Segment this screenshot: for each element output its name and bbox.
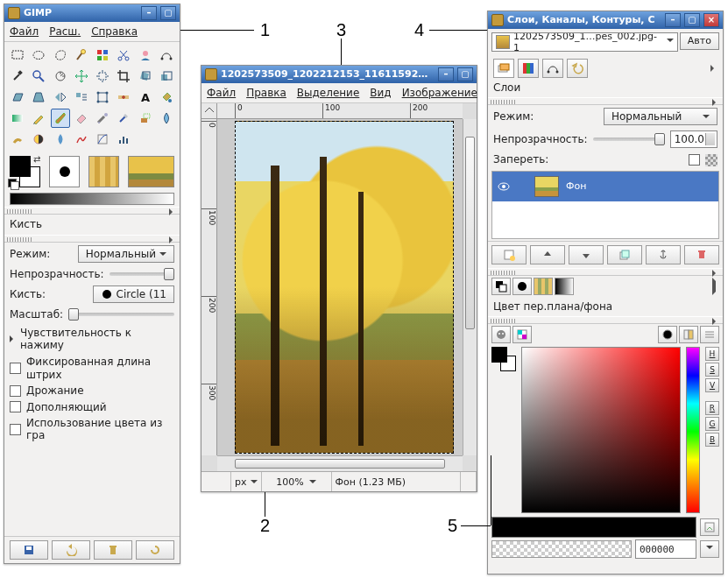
tool-airbrush[interactable] [93,109,112,128]
tab-fgbg-editor[interactable] [491,278,511,295]
tab-layers[interactable] [493,59,514,78]
dock-menu-icon[interactable] [169,236,176,243]
brush-opacity-slider[interactable] [110,272,174,276]
dockable-handle[interactable] [488,97,723,105]
maximize-button[interactable]: ▢ [160,6,176,20]
fixed-length-check[interactable]: Фиксированная длина штрих [4,354,180,383]
toolbox-titlebar[interactable]: GIMP – ▢ [4,4,180,22]
minimize-button[interactable]: – [665,13,681,27]
reset-options-button[interactable] [136,540,174,560]
scrollbar-vertical[interactable] [463,119,477,455]
menu-ext[interactable]: Расш. [49,25,81,38]
picker-fg-swatch[interactable] [491,347,507,363]
tool-rect-select[interactable] [8,46,27,65]
layer-mode-combo[interactable]: Нормальный [604,108,717,125]
tool-by-color-select[interactable] [93,46,112,65]
tab-paths[interactable] [542,59,563,78]
color-history[interactable] [491,540,632,558]
dockable-handle-2[interactable] [4,235,180,243]
swap-colors-icon[interactable]: ⇄ [32,154,42,165]
active-image-swatch[interactable] [128,156,174,187]
menu-edit[interactable]: Правка [246,87,286,99]
tool-ellipse-select[interactable] [29,46,48,65]
tool-smudge[interactable] [8,130,27,149]
tool-blur-sharpen[interactable] [157,109,176,128]
scroll-thumb[interactable] [465,137,475,329]
tool-ink[interactable] [114,109,133,128]
menu-help[interactable]: Справка [91,25,138,38]
fg-color-swatch[interactable] [10,156,31,177]
minimize-button[interactable]: – [438,67,454,81]
channel-r[interactable]: R [705,401,719,415]
raise-layer-button[interactable] [530,245,565,264]
ruler-vertical[interactable]: 0 100 200 300 [201,119,217,455]
dockable-handle[interactable] [4,207,180,215]
tool-text[interactable]: A [136,88,155,107]
auto-button[interactable]: Авто [680,32,719,50]
maximize-button[interactable]: ▢ [684,13,700,27]
unit-combo[interactable]: px [231,472,262,491]
cancel-button[interactable] [461,472,477,491]
dock-menu-icon[interactable] [712,270,719,277]
tool-zoom[interactable] [29,67,48,86]
image-selector-combo[interactable]: 1202573509_1…pes_002.jpg-1 [491,32,678,52]
tool-pencil[interactable] [29,109,48,128]
channel-b[interactable]: B [705,433,719,447]
tab-undo[interactable] [567,59,588,78]
maximize-button[interactable]: ▢ [457,67,473,81]
tool-eraser[interactable] [72,109,91,128]
close-button[interactable]: × [703,13,719,27]
tool-shear[interactable] [8,88,27,107]
layer-list[interactable]: Фон [491,171,719,239]
tool-bucket-fill[interactable] [157,88,176,107]
layer-row[interactable]: Фон [492,172,718,201]
channel-h[interactable]: H [705,347,719,361]
add-color-button[interactable] [700,518,719,536]
active-gradient-bar[interactable] [10,193,174,205]
tool-foreground-select[interactable] [136,46,155,65]
channel-g[interactable]: G [705,417,719,431]
active-brush-swatch[interactable] [49,156,80,187]
zoom-combo[interactable]: 100% [262,472,332,491]
duplicate-layer-button[interactable] [607,245,642,264]
canvas-viewport[interactable] [217,119,463,455]
layer-name[interactable]: Фон [561,180,591,192]
dock-menu-icon[interactable] [712,99,719,106]
ruler-origin[interactable] [201,103,217,119]
tool-paths[interactable] [157,46,176,65]
lower-layer-button[interactable] [569,245,604,264]
canvas-image[interactable] [235,121,454,454]
channel-s[interactable]: S [705,363,719,377]
picker-mode-scales[interactable] [700,326,719,343]
new-layer-button[interactable] [491,245,527,264]
fg-bg-swatch[interactable]: ⇄ [10,156,40,187]
layers-titlebar[interactable]: Слои, Каналы, Контуры, С – ▢ × [488,11,723,29]
use-color-check[interactable]: Использование цвета из гра [4,415,180,444]
tool-align[interactable] [93,67,112,86]
tool-fuzzy-select[interactable] [72,46,91,65]
brush-select-button[interactable]: Circle (11 [93,285,174,303]
tool-perspective[interactable] [29,88,48,107]
picker-mode-palette[interactable] [679,326,698,343]
picker-sv-plane[interactable] [521,347,681,513]
tool-heal[interactable] [114,88,133,107]
dock-menu-icon[interactable] [712,278,719,295]
picker-fgbg[interactable] [491,347,516,513]
hex-entry[interactable]: 000000 [635,539,696,559]
picker-mode-wheel[interactable] [658,326,677,343]
picker-mode-cmyk[interactable] [512,326,532,343]
tab-channels[interactable] [518,59,539,78]
tool-curves[interactable] [93,130,112,149]
tool-paintbrush[interactable] [51,109,70,128]
picker-hue-strip[interactable] [686,347,700,513]
pressure-expander[interactable]: Чувствительность к нажиму [4,324,180,355]
delete-options-button[interactable] [94,540,132,560]
active-pattern-swatch[interactable] [88,156,119,187]
current-color-swatch[interactable] [491,517,696,538]
dock-menu-icon[interactable] [169,208,176,215]
dock-menu-icon[interactable] [712,318,719,325]
scroll-thumb[interactable] [235,459,445,469]
image-titlebar[interactable]: 1202573509_1202212153_11611592… – ▢ [201,66,477,83]
layer-opacity-spin[interactable]: 100.0 [670,130,717,148]
minimize-button[interactable]: – [141,6,157,20]
